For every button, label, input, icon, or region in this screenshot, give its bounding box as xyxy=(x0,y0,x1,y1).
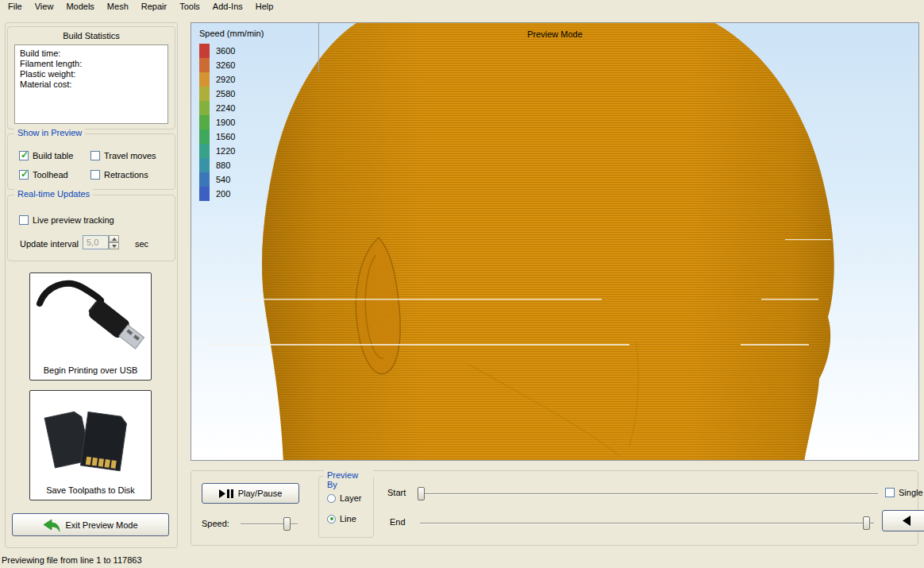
legend-row: 540 xyxy=(199,172,235,187)
radio-label: Layer xyxy=(340,493,362,503)
legend-swatch xyxy=(199,115,210,129)
menu-mesh[interactable]: Mesh xyxy=(101,1,135,12)
menu-bar: File View Models Mesh Repair Tools Add-I… xyxy=(0,0,924,12)
exit-preview-mode-label: Exit Preview Mode xyxy=(65,520,137,530)
begin-printing-usb-button[interactable]: Begin Printing over USB xyxy=(29,272,152,381)
update-interval-unit: sec xyxy=(135,239,148,249)
checkbox-label: Travel moves xyxy=(104,151,156,160)
checkbox-label: Build table xyxy=(33,151,73,160)
start-label: Start xyxy=(387,488,406,497)
build-statistics-box: Build time: Filament length: Plastic wei… xyxy=(14,44,168,124)
stat-build-time: Build time: xyxy=(20,48,163,59)
legend-row: 1560 xyxy=(199,129,235,144)
end-slider-thumb[interactable] xyxy=(863,516,870,530)
speed-legend: 3600 3260 2920 2580 2240 1900 1560 1220 … xyxy=(199,44,235,201)
spin-down-icon[interactable] xyxy=(109,242,119,249)
checkbox-single[interactable]: Single xyxy=(885,487,923,498)
legend-row: 1220 xyxy=(199,144,235,158)
checkbox-build-table[interactable]: Build table xyxy=(19,150,73,161)
checkbox-retractions[interactable]: Retractions xyxy=(90,169,148,180)
left-panel: Build Statistics Build time: Filament le… xyxy=(5,22,178,548)
update-interval-stepper[interactable]: 5,0 xyxy=(83,235,119,249)
checkbox-label: Single xyxy=(899,488,923,497)
playback-controls-panel: Play/Pause Speed: Preview By Layer Line … xyxy=(191,470,918,546)
show-in-preview-title: Show in Preview xyxy=(14,128,85,137)
legend-row: 2240 xyxy=(199,101,235,115)
radio-layer[interactable]: Layer xyxy=(327,493,362,504)
build-statistics-title: Build Statistics xyxy=(8,31,175,41)
checkbox-toolhead[interactable]: Toolhead xyxy=(19,169,68,180)
legend-row: 2580 xyxy=(199,87,235,101)
checkbox-box xyxy=(19,215,29,225)
sd-card-image xyxy=(35,394,146,477)
legend-swatch xyxy=(199,72,210,87)
legend-row: 1900 xyxy=(199,115,235,129)
stat-plastic-weight: Plastic weight: xyxy=(20,69,163,79)
radio-label: Line xyxy=(340,514,356,524)
legend-row: 3260 xyxy=(199,58,235,72)
legend-swatch xyxy=(199,172,210,187)
spin-up-icon[interactable] xyxy=(109,235,119,242)
checkbox-travel-moves[interactable]: Travel moves xyxy=(90,150,156,161)
legend-swatch xyxy=(199,187,210,201)
checkbox-box xyxy=(90,170,100,180)
legend-row: 880 xyxy=(199,158,235,172)
realtime-updates-title: Real-time Updates xyxy=(14,189,93,199)
begin-printing-usb-label: Begin Printing over USB xyxy=(44,365,138,375)
checkbox-box xyxy=(19,151,29,160)
preview-mode-title: Preview Mode xyxy=(191,29,918,39)
legend-swatch xyxy=(199,44,210,58)
end-label: End xyxy=(390,517,406,527)
legend-swatch xyxy=(199,58,210,72)
update-interval-value[interactable]: 5,0 xyxy=(83,235,109,249)
play-pause-button[interactable]: Play/Pause xyxy=(202,483,299,504)
preview-by-title: Preview By xyxy=(324,470,373,489)
legend-swatch xyxy=(199,158,210,172)
status-bar: Previewing file from line 1 to 117863 xyxy=(2,555,142,565)
model-head xyxy=(191,23,919,461)
checkbox-label: Retractions xyxy=(104,170,148,180)
start-slider-thumb[interactable] xyxy=(418,487,425,500)
play-pause-icon xyxy=(219,489,233,498)
preview-canvas[interactable]: Preview Mode Speed (mm/min) 3600 3260 29… xyxy=(191,22,919,461)
save-toolpaths-button[interactable]: Save Toolpaths to Disk xyxy=(29,390,152,500)
green-back-arrow-icon xyxy=(43,519,60,531)
end-slider[interactable] xyxy=(420,523,874,524)
realtime-updates-group: Real-time Updates Live preview tracking … xyxy=(7,195,175,261)
update-interval-label: Update interval xyxy=(20,239,79,249)
play-pause-label: Play/Pause xyxy=(238,489,283,498)
menu-file[interactable]: File xyxy=(2,1,29,12)
checkbox-live-preview-tracking[interactable]: Live preview tracking xyxy=(19,214,114,226)
legend-swatch xyxy=(199,129,210,144)
menu-tools[interactable]: Tools xyxy=(173,1,206,12)
speed-slider-thumb[interactable] xyxy=(283,517,291,531)
spinner-buttons xyxy=(109,235,119,249)
left-arrow-icon xyxy=(901,516,912,526)
start-slider[interactable] xyxy=(418,493,878,495)
menu-repair[interactable]: Repair xyxy=(135,1,173,12)
menu-view[interactable]: View xyxy=(29,1,60,12)
legend-row: 3600 xyxy=(199,44,235,58)
menu-addins[interactable]: Add-Ins xyxy=(206,1,249,12)
menu-models[interactable]: Models xyxy=(60,1,100,12)
legend-swatch xyxy=(199,101,210,115)
checkbox-box xyxy=(90,151,100,160)
usb-cable-image xyxy=(35,276,146,356)
radio-line[interactable]: Line xyxy=(327,513,356,524)
radio-circle xyxy=(327,494,336,503)
show-in-preview-group: Show in Preview Build table Travel moves… xyxy=(7,133,175,190)
preview-by-group: Preview By Layer Line xyxy=(318,476,374,538)
legend-swatch xyxy=(199,87,210,101)
legend-divider xyxy=(318,23,319,72)
checkbox-box xyxy=(885,488,895,497)
build-statistics-group: Build Statistics Build time: Filament le… xyxy=(7,26,175,129)
legend-swatch xyxy=(199,144,210,158)
step-back-button[interactable] xyxy=(882,510,924,531)
speed-slider[interactable] xyxy=(241,524,298,525)
stat-material-cost: Material cost: xyxy=(20,79,163,90)
checkbox-label: Live preview tracking xyxy=(33,215,114,225)
exit-preview-mode-button[interactable]: Exit Preview Mode xyxy=(12,513,169,536)
legend-row: 2920 xyxy=(199,72,235,87)
radio-circle xyxy=(327,515,336,524)
menu-help[interactable]: Help xyxy=(249,1,280,12)
